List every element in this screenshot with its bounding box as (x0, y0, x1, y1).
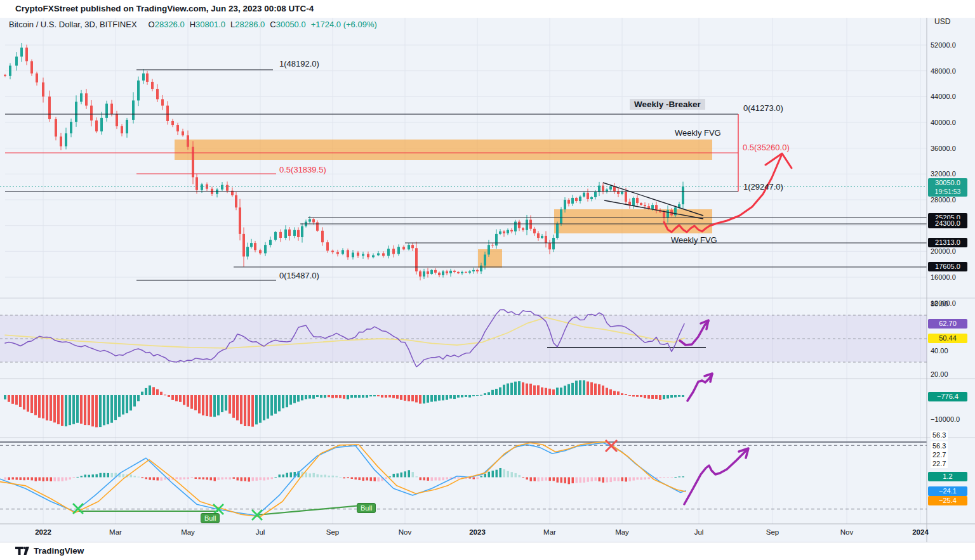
price-tick: 44000.0 (931, 92, 956, 101)
time-tick-jul: Jul (694, 528, 704, 536)
oscillator-tick: 22.7 (931, 459, 948, 468)
price-tick: 52000.0 (931, 41, 956, 49)
bull-badge-2[interactable]: Bull (357, 503, 376, 513)
oscillator-hist-badge: 1.2 (928, 472, 967, 481)
rsi-tick: 40.00 (931, 346, 948, 355)
footer-bar: TradingView (0, 543, 975, 560)
time-tick-sep: Sep (766, 528, 779, 536)
fib-label-05-31839: 0.5(31839.5) (279, 165, 326, 174)
tradingview-logo-icon (15, 547, 29, 555)
bar-countdown: 19:51:53 (928, 188, 967, 197)
bull-badge-1[interactable]: Bull (201, 513, 220, 523)
currency-label: USD (934, 17, 950, 26)
ohlc-close-key: C (270, 20, 275, 29)
change-value: +1724.0 (+6.09%) (311, 20, 377, 29)
oscillator-tick: 56.3 (931, 431, 948, 440)
time-tick-2024: 2024 (912, 528, 929, 536)
fib-label-0-41273: 0(41273.0) (743, 103, 783, 113)
fib-label-05-35260: 0.5(35260.0) (743, 143, 790, 152)
level-price-badge: 24300.0 (928, 219, 967, 228)
fib-label-0-15487: 0(15487.0) (279, 271, 319, 280)
tradingview-logo[interactable]: TradingView (15, 546, 84, 556)
tradingview-chart-window: CryptoFXStreet published on TradingView.… (0, 0, 975, 560)
price-tick: 40000.0 (931, 118, 956, 127)
oscillator-blue-badge: −24.1 (928, 486, 967, 496)
ohlc-close-value: 30050.0 (276, 20, 306, 29)
ohlc-open-key: O (149, 20, 155, 29)
fib-label-1-48192: 1(48192.0) (279, 59, 319, 68)
time-tick-mar: Mar (543, 528, 556, 536)
weekly-breaker-label: Weekly -Breaker (630, 99, 705, 110)
time-tick-jul: Jul (256, 528, 265, 536)
time-tick-2023: 2023 (469, 528, 486, 536)
fib-label-1-29247: 1(29247.0) (743, 182, 783, 192)
price-tick: 20000.0 (931, 247, 956, 256)
price-tick: 32000.0 (931, 169, 956, 178)
rsi-tick: 20.00 (931, 370, 948, 379)
time-tick-2022: 2022 (35, 528, 51, 536)
ohlc-open-value: 28326.0 (155, 20, 185, 29)
price-tick: 48000.0 (931, 67, 956, 75)
rsi-value-badge: 62.70 (928, 319, 967, 329)
symbol-legend: Bitcoin / U.S. Dollar, 3D, BITFINEXO2832… (9, 20, 377, 29)
time-tick-nov: Nov (840, 528, 853, 536)
oscillator-tick: 56.3 (931, 441, 948, 450)
time-tick-mar: Mar (109, 528, 122, 536)
attribution-text: CryptoFXStreet published on TradingView.… (15, 4, 314, 13)
time-tick-nov: Nov (399, 528, 411, 536)
time-tick-may: May (615, 528, 629, 536)
ohlc-low-value: 28286.0 (235, 20, 265, 29)
macd-tick: −10000.0 (931, 415, 960, 424)
time-tick-sep: Sep (326, 528, 339, 536)
close-price: 30050.0 (935, 179, 960, 186)
symbol-title[interactable]: Bitcoin / U.S. Dollar, 3D, BITFINEX (9, 20, 137, 29)
ohlc-high-value: 30801.0 (196, 20, 225, 29)
level-price-badge: 21313.0 (928, 238, 967, 247)
chart-canvas (0, 0, 975, 560)
weekly-fvg-label-bottom: Weekly FVG (671, 235, 717, 245)
price-tick: 16000.0 (931, 273, 956, 282)
time-tick-may: May (181, 528, 195, 536)
attribution-bar: CryptoFXStreet published on TradingView.… (0, 0, 975, 18)
price-tick: 36000.0 (931, 144, 956, 153)
weekly-fvg-label-top: Weekly FVG (675, 128, 721, 138)
oscillator-orange-badge: −25.4 (928, 496, 967, 505)
rsi-ma-value-badge: 50.44 (928, 334, 967, 343)
price-tick: 28000.0 (931, 195, 956, 204)
close-price-badge: 30050.019:51:53 (928, 178, 967, 197)
ohlc-high-key: H (190, 20, 196, 29)
tradingview-brand-text: TradingView (34, 546, 84, 556)
level-price-badge: 17605.0 (928, 262, 967, 271)
rsi-tick: 80.00 (931, 299, 948, 308)
oscillator-tick: 22.7 (931, 450, 948, 459)
macd-value-badge: −776.4 (928, 392, 967, 401)
